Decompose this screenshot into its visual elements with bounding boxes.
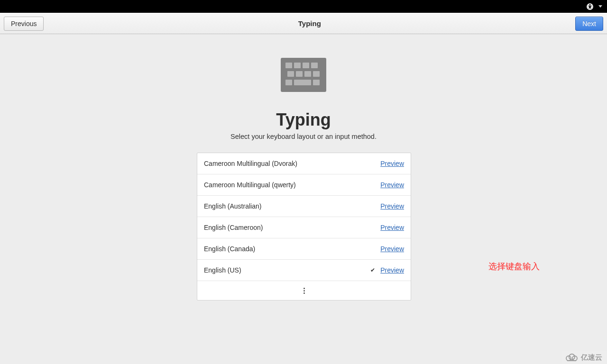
- preview-link[interactable]: Preview: [380, 202, 404, 210]
- page-heading: Typing: [197, 110, 410, 130]
- accessibility-icon[interactable]: [586, 3, 594, 10]
- headerbar: Previous Typing Next: [0, 13, 607, 34]
- layout-label: Cameroon Multilingual (Dvorak): [204, 160, 369, 167]
- watermark-text: 亿速云: [581, 353, 602, 362]
- keyboard-layout-list: Cameroon Multilingual (Dvorak)PreviewCam…: [197, 153, 411, 300]
- layout-row[interactable]: English (US)✔Preview: [197, 260, 411, 281]
- previous-button[interactable]: Previous: [4, 17, 44, 31]
- chevron-down-icon[interactable]: [598, 5, 602, 8]
- layout-label: English (Cameroon): [204, 224, 369, 231]
- preview-link[interactable]: Preview: [380, 181, 404, 189]
- annotation-text: 选择键盘输入: [488, 261, 540, 272]
- layout-row[interactable]: Cameroon Multilingual (Dvorak)Preview: [197, 153, 411, 174]
- system-topbar: [0, 0, 607, 13]
- page-subtitle: Select your keyboard layout or an input …: [197, 133, 410, 140]
- next-button[interactable]: Next: [575, 17, 603, 31]
- svg-point-1: [589, 4, 591, 5]
- topbar-status-area[interactable]: [586, 3, 602, 10]
- preview-link[interactable]: Preview: [380, 245, 404, 253]
- watermark: 亿速云: [562, 351, 607, 364]
- more-icon: [304, 288, 305, 294]
- layout-row[interactable]: English (Australian)Preview: [197, 196, 411, 217]
- layout-row[interactable]: Cameroon Multilingual (qwerty)Preview: [197, 174, 411, 196]
- layout-label: English (Australian): [204, 202, 369, 210]
- layout-label: Cameroon Multilingual (qwerty): [204, 181, 369, 189]
- svg-point-2: [566, 356, 571, 361]
- cloud-icon: [565, 353, 578, 362]
- layout-row[interactable]: English (Cameroon)Preview: [197, 217, 411, 238]
- preview-link[interactable]: Preview: [380, 266, 404, 274]
- layout-row[interactable]: English (Canada)Preview: [197, 238, 411, 260]
- layout-label: English (US): [204, 266, 369, 274]
- preview-link[interactable]: Preview: [380, 160, 404, 167]
- content-area: Typing Select your keyboard layout or an…: [0, 34, 607, 364]
- checkmark-icon: ✔: [369, 267, 377, 273]
- headerbar-title: Typing: [44, 19, 575, 27]
- show-more-button[interactable]: [197, 281, 411, 300]
- preview-link[interactable]: Preview: [380, 224, 404, 231]
- layout-label: English (Canada): [204, 245, 369, 253]
- keyboard-icon: [281, 58, 326, 92]
